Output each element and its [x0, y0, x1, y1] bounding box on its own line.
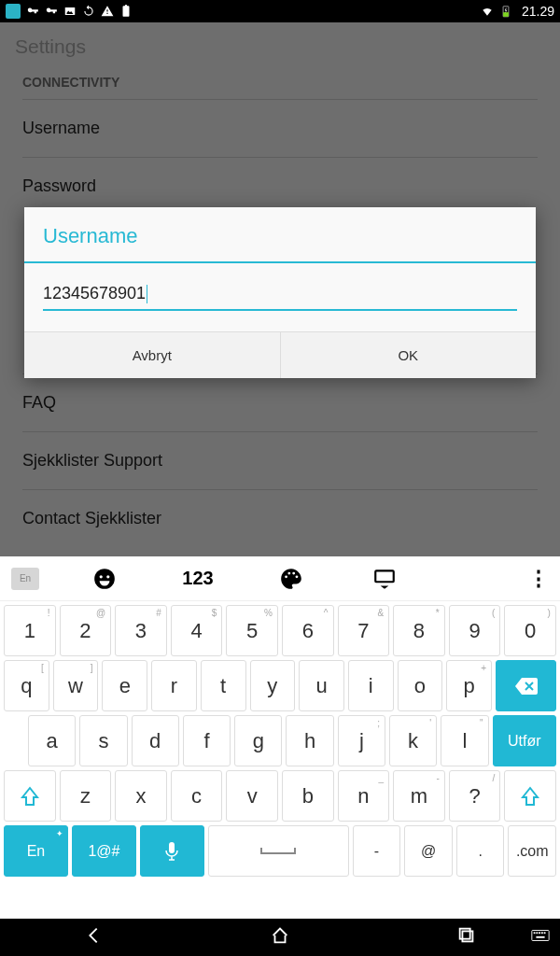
key-u[interactable]: u	[299, 660, 344, 711]
username-input-value: 12345678901	[43, 284, 146, 302]
key-w[interactable]: w]	[53, 660, 99, 711]
keyboard-more-icon[interactable]: ⋮	[525, 567, 553, 591]
key-k[interactable]: k'	[389, 715, 437, 766]
svg-rect-22	[536, 936, 544, 938]
mic-key[interactable]	[140, 825, 204, 877]
key-j[interactable]: j;	[338, 715, 385, 766]
svg-rect-15	[460, 929, 470, 939]
svg-rect-2	[503, 12, 509, 17]
key-6[interactable]: 6^	[282, 605, 334, 656]
keyboard-123-button[interactable]: 123	[170, 568, 226, 589]
svg-point-6	[285, 575, 287, 578]
key-l[interactable]: l"	[441, 715, 488, 766]
shift-key[interactable]	[504, 770, 556, 822]
symbols-key[interactable]: 1@#	[72, 825, 136, 877]
key-g[interactable]: g	[234, 715, 282, 766]
svg-rect-21	[544, 932, 546, 934]
keyboard-hide-icon[interactable]	[357, 567, 413, 591]
key-d[interactable]: d	[132, 715, 179, 766]
key-0[interactable]: 0)	[504, 605, 556, 656]
username-dialog: Username 12345678901 Avbryt OK	[24, 207, 536, 378]
key-t[interactable]: t	[201, 660, 246, 711]
shift-key[interactable]	[4, 770, 56, 822]
key-m[interactable]: m-	[393, 770, 445, 822]
status-bar: 21.29	[0, 0, 560, 22]
key-r[interactable]: r	[151, 660, 197, 711]
home-icon[interactable]	[270, 925, 290, 949]
key-n[interactable]: n_	[338, 770, 390, 822]
key-2[interactable]: 2@	[60, 605, 112, 656]
back-icon[interactable]	[83, 925, 104, 949]
key-4[interactable]: 4$	[171, 605, 223, 656]
wifi-icon	[481, 5, 494, 18]
space-key[interactable]	[208, 825, 349, 877]
emoji-icon[interactable]	[77, 567, 133, 591]
status-clock: 21.29	[522, 4, 554, 19]
backspace-key[interactable]	[496, 660, 556, 711]
dotcom-key[interactable]: .com	[508, 825, 556, 877]
key-p[interactable]: p+	[446, 660, 492, 711]
navigation-bar	[0, 919, 560, 956]
palette-icon[interactable]	[263, 567, 319, 591]
key-y[interactable]: y	[250, 660, 296, 711]
svg-point-5	[106, 575, 109, 578]
svg-rect-19	[539, 932, 540, 934]
key-h[interactable]: h	[286, 715, 333, 766]
key-icon	[45, 5, 58, 18]
key-x[interactable]: x	[115, 770, 167, 822]
key-9[interactable]: 9(	[449, 605, 501, 656]
key-?[interactable]: ?/	[449, 770, 501, 822]
username-input[interactable]: 12345678901	[43, 280, 517, 311]
key-i[interactable]: i	[348, 660, 394, 711]
svg-rect-10	[375, 570, 394, 582]
key-7[interactable]: 7&	[338, 605, 390, 656]
key-e[interactable]: e	[102, 660, 147, 711]
svg-rect-20	[541, 932, 543, 934]
key-icon	[26, 5, 39, 18]
svg-rect-13	[169, 842, 175, 853]
svg-rect-17	[534, 932, 536, 934]
svg-rect-18	[536, 932, 538, 934]
key--[interactable]: -	[353, 825, 401, 877]
key-5[interactable]: 5%	[226, 605, 278, 656]
key-z[interactable]: z	[60, 770, 112, 822]
key-c[interactable]: c	[171, 770, 223, 822]
keyboard-switch-icon[interactable]	[530, 925, 551, 949]
warning-icon	[101, 5, 114, 18]
enter-key[interactable]: Utfør	[493, 715, 557, 766]
soft-keyboard: En 123 ⋮ 1!2@3#4$5%6^7&8*9(0) q[w]ertyui…	[0, 556, 560, 919]
keyboard-toolbar: En 123 ⋮	[0, 556, 560, 601]
key-q[interactable]: q[	[4, 660, 49, 711]
svg-rect-16	[532, 931, 549, 941]
key-3[interactable]: 3#	[115, 605, 167, 656]
key-v[interactable]: v	[226, 770, 278, 822]
key-s[interactable]: s	[79, 715, 127, 766]
text-caret	[147, 285, 147, 303]
ok-button[interactable]: OK	[280, 332, 537, 378]
key-f[interactable]: f	[183, 715, 231, 766]
app-icon	[6, 4, 21, 19]
cancel-button[interactable]: Avbryt	[24, 332, 280, 378]
keyboard-lang-chip[interactable]: En	[11, 568, 39, 590]
battery-charging-icon	[499, 5, 512, 18]
lang-key[interactable]: ✦En	[4, 825, 68, 877]
key-8[interactable]: 8*	[393, 605, 445, 656]
key-@[interactable]: @	[404, 825, 453, 877]
dialog-title: Username	[24, 207, 536, 263]
image-icon	[63, 5, 77, 18]
svg-rect-14	[462, 931, 472, 941]
svg-point-9	[296, 575, 299, 578]
sync-icon	[82, 5, 95, 18]
recents-icon[interactable]	[456, 925, 477, 949]
svg-point-7	[287, 571, 290, 574]
key-1[interactable]: 1!	[4, 605, 56, 656]
key-b[interactable]: b	[282, 770, 334, 822]
svg-point-8	[292, 571, 295, 574]
clipboard-icon	[119, 5, 133, 18]
key-.[interactable]: .	[456, 825, 505, 877]
svg-point-4	[100, 575, 103, 578]
key-a[interactable]: a	[28, 715, 76, 766]
key-o[interactable]: o	[398, 660, 443, 711]
